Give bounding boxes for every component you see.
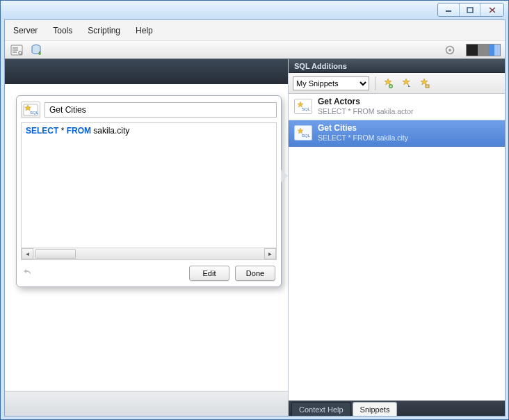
svg-marker-17 [298, 128, 303, 134]
tab-snippets[interactable]: Snippets [353, 402, 398, 416]
add-snippet-icon[interactable] [381, 76, 395, 90]
code-area-wrap: SELECT * FROM sakila.city ◄ ► [21, 122, 277, 260]
svg-marker-15 [298, 102, 303, 107]
menu-tools[interactable]: Tools [50, 23, 75, 38]
scroll-right-arrow-icon[interactable]: ► [264, 248, 276, 259]
workspace: SQL SELECT * FROM sakila.city ◄ ► [5, 59, 505, 416]
svg-rect-0 [446, 10, 451, 12]
sql-star: * [58, 126, 66, 136]
svg-point-7 [449, 49, 451, 51]
client-area: Server Tools Scripting Help [4, 19, 506, 417]
window-frame: Server Tools Scripting Help [0, 0, 509, 420]
left-bottom-strip [5, 391, 288, 416]
sql-badge-text: SQL [30, 111, 38, 115]
toolbar-separator [375, 76, 375, 90]
toolbar-dark-strip [5, 59, 288, 84]
kw-from: FROM [67, 126, 91, 136]
toolbar-db-icon[interactable] [29, 43, 44, 57]
sql-snippet-icon: SQL [294, 125, 312, 140]
svg-text:SQL: SQL [302, 134, 310, 138]
done-button[interactable]: Done [235, 266, 275, 281]
sql-code-area[interactable]: SELECT * FROM sakila.city [22, 123, 276, 248]
view-switch-1[interactable] [467, 45, 478, 56]
maximize-icon [467, 7, 474, 13]
svg-rect-14 [426, 85, 429, 88]
minimize-icon [445, 7, 452, 13]
svg-rect-1 [467, 8, 473, 13]
svg-text:SQL: SQL [302, 107, 310, 111]
window-controls [437, 3, 504, 17]
snippet-editor-popover: SQL SELECT * FROM sakila.city ◄ ► [16, 95, 282, 287]
sql-favorite-icon[interactable]: SQL [21, 102, 40, 118]
title-bar [1, 1, 508, 19]
snippet-name-input[interactable] [45, 102, 277, 118]
settings-gear-icon[interactable] [442, 43, 458, 57]
menu-server[interactable]: Server [10, 23, 40, 38]
kw-select: SELECT [26, 126, 58, 136]
snippet-title: Get Cities [318, 124, 408, 134]
sql-rest: sakila.city [91, 126, 129, 136]
panel-title: SQL Additions [289, 59, 505, 73]
menu-help[interactable]: Help [133, 23, 156, 38]
view-switch-2[interactable] [478, 45, 489, 56]
snippet-title: Get Actors [318, 97, 414, 107]
minimize-button[interactable] [438, 3, 459, 16]
svg-marker-12 [403, 79, 410, 85]
snippet-subtitle: SELECT * FROM sakila.city [318, 134, 408, 142]
maximize-button[interactable] [459, 3, 480, 16]
undo-icon[interactable] [22, 267, 33, 280]
snippet-list: SQL Get Actors SELECT * FROM sakila.acto… [289, 94, 505, 401]
close-icon [489, 7, 496, 13]
editor-header: SQL [21, 100, 277, 120]
scroll-left-arrow-icon[interactable]: ◄ [22, 248, 33, 259]
horizontal-scrollbar[interactable]: ◄ ► [22, 248, 276, 259]
scroll-thumb[interactable] [35, 249, 76, 259]
sql-additions-panel: SQL Additions My Snippets [288, 59, 505, 416]
toolbar-sql-icon[interactable] [9, 43, 24, 57]
insert-snippet-icon[interactable] [399, 76, 413, 90]
snippet-subtitle: SELECT * FROM sakila.actor [318, 107, 414, 115]
close-button[interactable] [480, 3, 503, 16]
svg-marker-13 [421, 79, 428, 85]
panel-bottom-tabs: Context Help Snippets [289, 401, 505, 416]
left-pane: SQL SELECT * FROM sakila.city ◄ ► [5, 59, 288, 416]
snippet-row[interactable]: SQL Get Cities SELECT * FROM sakila.city [289, 120, 505, 147]
replace-snippet-icon[interactable] [417, 76, 431, 90]
panel-tool-bar: My Snippets [289, 73, 505, 94]
menu-scripting[interactable]: Scripting [85, 23, 123, 38]
svg-point-5 [38, 52, 41, 55]
tab-context-help[interactable]: Context Help [291, 402, 351, 416]
menu-bar: Server Tools Scripting Help [5, 20, 505, 41]
snippet-row[interactable]: SQL Get Actors SELECT * FROM sakila.acto… [289, 94, 505, 120]
snippet-category-select[interactable]: My Snippets [293, 76, 369, 90]
sql-snippet-icon: SQL [294, 99, 312, 114]
tool-bar [5, 41, 505, 59]
edit-button[interactable]: Edit [189, 266, 229, 281]
svg-marker-10 [385, 79, 391, 85]
view-switch-3[interactable] [489, 45, 500, 56]
view-switch[interactable] [466, 44, 501, 56]
editor-footer: Edit Done [21, 266, 277, 281]
